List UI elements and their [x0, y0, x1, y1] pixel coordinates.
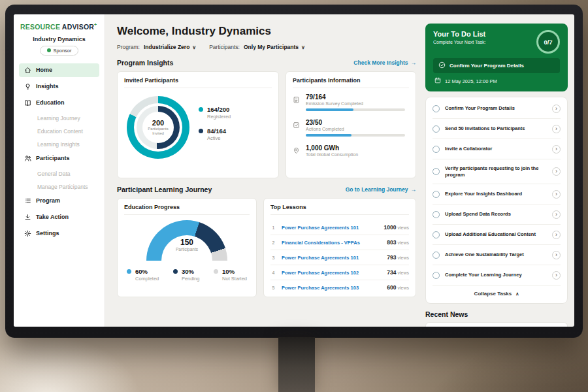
chevron-right-icon[interactable]: ›: [552, 105, 561, 113]
sidebar-item-settings[interactable]: Settings: [19, 227, 99, 240]
todo-next-task[interactable]: Confirm Your Program Details: [433, 58, 560, 73]
education-legend: 60% Completed 30% Pending: [124, 268, 250, 282]
lesson-row: 5 Power Purchase Agreements 103 600views: [270, 280, 409, 295]
section-title: Participant Learning Journey: [117, 186, 212, 193]
lesson-link[interactable]: Power Purchase Agreements 101: [282, 255, 382, 261]
task-checkbox[interactable]: [433, 146, 440, 153]
todo-due-date: 12 May 2025, 12:00 PM: [433, 77, 560, 85]
legend-item-completed: 60% Completed: [127, 268, 159, 282]
chevron-right-icon[interactable]: ›: [552, 231, 561, 239]
sidebar-item-learning-insights[interactable]: Learning Insights: [19, 139, 99, 150]
sponsor-badge[interactable]: Sponsor: [40, 46, 79, 56]
sidebar-item-insights[interactable]: Insights: [19, 80, 99, 93]
chevron-right-icon[interactable]: ›: [552, 190, 561, 199]
chevron-right-icon[interactable]: ›: [552, 125, 561, 133]
task-row[interactable]: Explore Your Insights Dashboard ›: [433, 184, 561, 204]
participants-information-card: Participants Information 79/164 Emission…: [286, 71, 416, 178]
main-content: Welcome, Industry Dynamics Program: Indu…: [105, 14, 425, 327]
chevron-right-icon[interactable]: ›: [552, 251, 561, 259]
participants-filter-label: Participants:: [209, 44, 240, 50]
page-title: Welcome, Industry Dynamics: [117, 25, 416, 38]
sidebar-item-take-action[interactable]: Take Action: [19, 210, 99, 224]
collapse-tasks-link[interactable]: Collapse Tasks ∧: [433, 286, 561, 302]
sidebar-item-manage-participants[interactable]: Manage Participants: [19, 181, 99, 193]
todo-title: Your To Do List: [433, 30, 485, 38]
task-row[interactable]: Upload Additional Educational Content ›: [433, 225, 561, 245]
top-lessons-card: Top Lessons 1 Power Purchase Agreements …: [263, 198, 416, 297]
screen: RESOURCE ADVISOR+ Industry Dynamics Spon…: [14, 14, 574, 327]
section-title: Program Insights: [117, 59, 173, 67]
invited-participants-card: Invited Participants 200 Participants In…: [117, 71, 279, 178]
chevron-down-icon: ∨: [301, 44, 305, 50]
legend-dot: [127, 269, 131, 274]
program-select-value: Industrialize Zero: [144, 44, 189, 50]
sidebar: RESOURCE ADVISOR+ Industry Dynamics Spon…: [14, 14, 105, 327]
task-row[interactable]: Achieve One Sustainability Target ›: [433, 245, 561, 265]
sidebar-item-home[interactable]: Home: [19, 63, 99, 77]
brand-plus: +: [94, 22, 97, 27]
task-checkbox[interactable]: [433, 231, 440, 238]
legend-dot: [199, 107, 203, 112]
task-row[interactable]: Complete Your Learning Journey ›: [433, 265, 561, 286]
participants-select[interactable]: Only My Participants ∨: [244, 44, 305, 50]
task-row[interactable]: Verify participants requesting to join t…: [433, 159, 561, 184]
task-checkbox[interactable]: [433, 105, 440, 112]
go-to-learning-journey-link[interactable]: Go to Learning Journey →: [346, 186, 416, 193]
chevron-right-icon[interactable]: ›: [552, 271, 561, 280]
lesson-link[interactable]: Power Purchase Agreements 102: [282, 270, 382, 276]
task-row[interactable]: Upload Spend Data Records ›: [433, 204, 561, 225]
lesson-link[interactable]: Power Purchase Agreements 101: [282, 225, 379, 231]
global-consumption-row: 1,000 GWh Total Global Consumption: [293, 144, 409, 159]
learning-journey-header: Participant Learning Journey Go to Learn…: [117, 186, 416, 193]
sponsor-badge-label: Sponsor: [54, 48, 72, 54]
task-checkbox[interactable]: [433, 252, 440, 259]
checklist-icon: [293, 119, 300, 137]
list-icon: [24, 197, 31, 204]
task-checkbox[interactable]: [433, 168, 440, 175]
todo-subtitle: Complete Your Next Task:: [433, 40, 485, 44]
chevron-down-icon: ∨: [192, 44, 196, 50]
lesson-link[interactable]: Power Purchase Agreements 103: [282, 285, 382, 291]
people-icon: [24, 155, 31, 162]
sidebar-item-participants[interactable]: Participants: [19, 152, 99, 165]
brand-name-primary: RESOURCE: [20, 23, 60, 31]
sidebar-nav: Home Insights Education Learning Journey…: [19, 63, 99, 240]
sidebar-item-label: Education: [36, 99, 65, 106]
sidebar-item-learning-journey[interactable]: Learning Journey: [19, 112, 99, 124]
program-insights-header: Program Insights Check More Insights →: [117, 59, 416, 67]
legend-dot: [199, 129, 203, 133]
survey-clipboard-icon: [293, 93, 300, 111]
task-checkbox[interactable]: [433, 211, 440, 218]
sidebar-item-program[interactable]: Program: [19, 194, 99, 208]
actions-progress-bar: [306, 134, 405, 137]
card-title: Education Progress: [124, 204, 250, 215]
task-checkbox[interactable]: [433, 191, 440, 198]
task-row[interactable]: Confirm Your Program Details ›: [433, 99, 561, 119]
sidebar-item-label: Take Action: [36, 214, 69, 220]
sidebar-item-label: Settings: [36, 230, 59, 237]
task-row[interactable]: Invite a Collaborator ›: [433, 139, 561, 159]
recent-news-card: [425, 322, 568, 327]
check-more-insights-link[interactable]: Check More Insights →: [353, 59, 416, 66]
sidebar-item-general-data[interactable]: General Data: [19, 168, 99, 180]
download-action-icon: [24, 214, 31, 221]
chevron-up-icon: ∧: [515, 291, 519, 297]
monitor-stand: [278, 337, 315, 392]
sidebar-item-education-content[interactable]: Education Content: [19, 125, 99, 137]
sidebar-item-education[interactable]: Education: [19, 96, 99, 110]
lesson-row: 2 Financial Considerations - VPPAs 803vi…: [270, 235, 409, 250]
lesson-link[interactable]: Financial Considerations - VPPAs: [282, 240, 382, 246]
task-checkbox[interactable]: [433, 272, 440, 279]
task-row[interactable]: Send 50 Invitations to Participants ›: [433, 119, 561, 139]
program-select[interactable]: Industrialize Zero ∨: [144, 44, 196, 50]
task-checkbox[interactable]: [433, 125, 440, 133]
org-name: Industry Dynamics: [19, 36, 99, 42]
legend-dot: [214, 269, 218, 274]
chevron-right-icon[interactable]: ›: [552, 167, 561, 176]
learning-journey-cards: Education Progress 150 Participants: [117, 198, 416, 297]
map-pin-icon: [293, 144, 300, 159]
todo-panel: Your To Do List Complete Your Next Task:…: [425, 14, 574, 327]
education-progress-card: Education Progress 150 Participants: [117, 198, 257, 297]
chevron-right-icon[interactable]: ›: [552, 145, 561, 154]
chevron-right-icon[interactable]: ›: [552, 210, 561, 219]
